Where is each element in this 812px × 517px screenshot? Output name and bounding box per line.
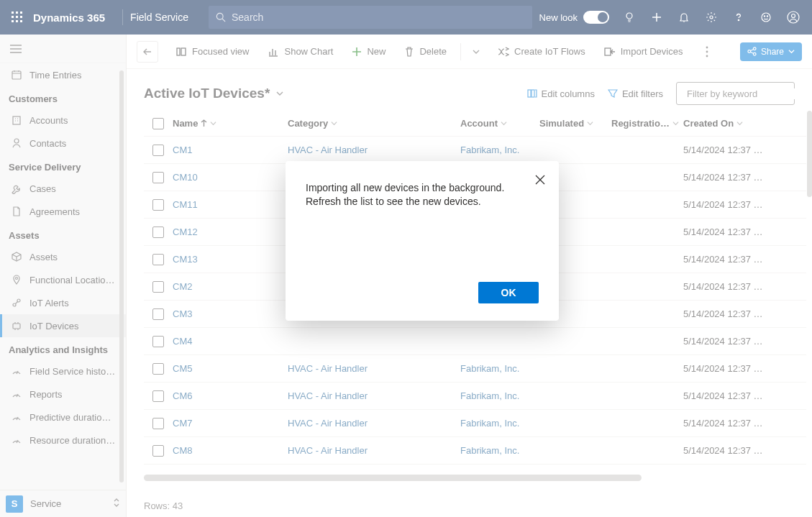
dialog-message: Importing all new devices in the backgro… bbox=[306, 181, 539, 267]
ok-button[interactable]: OK bbox=[478, 282, 539, 303]
close-button[interactable] bbox=[530, 170, 550, 190]
dialog: Importing all new devices in the backgro… bbox=[286, 161, 559, 321]
